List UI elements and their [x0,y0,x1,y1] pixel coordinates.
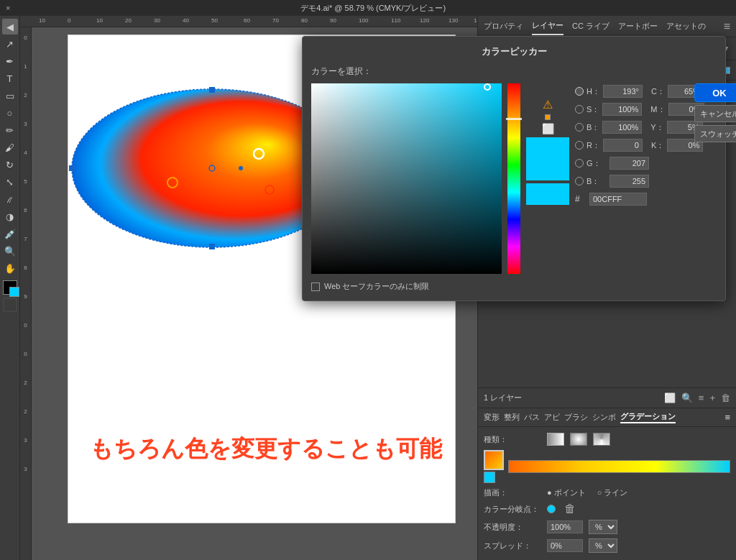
panel-menu-icon[interactable]: ≡ [724,20,730,33]
left-toolbar: ◀ ↗ ✒ T ▭ ○ ✏ 🖌 ↻ ⤡ ⫽ ◑ 💉 🔍 ✋ [0,16,20,560]
gradient-swatch-main[interactable] [484,450,504,470]
hue-row: H： C： [575,83,683,99]
tool-direct-select[interactable]: ↗ [2,36,18,52]
c-label: C： [651,86,665,97]
fill-color-swatch[interactable] [3,280,17,295]
bright-row: B： Y： [575,119,683,135]
gradient-field[interactable] [311,83,502,274]
gradient-bar[interactable] [508,460,730,473]
ok-button[interactable]: OK [694,83,736,102]
opacity-input[interactable] [547,520,583,533]
draw-point-radio[interactable]: ● ポイント [547,487,586,498]
k-label: K： [651,140,664,151]
color-gradient-box[interactable] [311,83,502,274]
freeform-gradient-button[interactable] [593,433,610,446]
linear-gradient-button[interactable] [547,433,564,446]
tab-cc-library[interactable]: CC ライブ [572,18,610,35]
new-layer-icon[interactable]: ⬜ [664,393,676,403]
canvas-japanese-text: もちろん色を変更することも可能 [90,433,442,465]
tab-pathfinder[interactable]: パス [524,412,540,423]
tool-rect[interactable]: ▭ [2,88,18,104]
hue-input[interactable] [603,85,643,98]
tab-appearance[interactable]: アピ [544,412,560,423]
sat-input[interactable] [602,103,642,116]
tool-ellipse[interactable]: ○ [2,105,18,121]
hue-indicator [506,118,522,120]
color-values: H： C： S： M： B： Y： [575,83,683,206]
tool-zoom[interactable]: 🔍 [2,243,18,259]
close-button[interactable]: × [6,4,10,12]
gradient-colorstop-row: カラー分岐点： 🗑 [484,502,730,515]
hue-radio[interactable] [575,87,584,96]
opacity-label: 不透明度： [484,522,541,533]
colorstop-label: カラー分岐点： [484,504,541,515]
gamut-fix-swatch[interactable] [545,114,551,120]
tool-pen[interactable]: ✒ [2,53,18,69]
tool-pencil[interactable]: ✏ [2,122,18,138]
sat-label: S： [586,104,599,115]
tool-brush[interactable]: 🖌 [2,139,18,155]
hex-input[interactable] [589,193,647,206]
tool-blend[interactable]: ⫽ [2,191,18,207]
blue-input[interactable] [610,175,649,188]
gradient-menu-icon[interactable]: ≡ [724,412,730,423]
color-old-swatch[interactable] [526,183,569,205]
web-safe-row: Web セーフカラーのみに制限 [311,281,717,292]
layer-options-icon[interactable]: ≡ [699,393,704,403]
spread-select[interactable]: % [589,538,617,553]
green-radio[interactable] [575,159,584,167]
web-safe-checkbox[interactable] [311,283,320,291]
tool-text[interactable]: T [2,70,18,86]
layer-add-icon[interactable]: + [709,393,715,403]
draw-line-radio[interactable]: ○ ライン [597,487,628,498]
tab-layers[interactable]: レイヤー [532,17,564,35]
tool-select[interactable]: ◀ [2,19,18,35]
bright-input[interactable] [602,121,642,134]
red-radio[interactable] [575,141,584,150]
gradient-cursor [484,83,491,91]
color-picker-title: カラーピッカー [311,45,717,58]
spread-input[interactable] [547,539,583,552]
swatch-stack [484,450,504,483]
tool-gradient[interactable]: ◑ [2,208,18,224]
sat-radio[interactable] [575,105,584,114]
bright-radio[interactable] [575,123,584,132]
swatch-button[interactable]: スウォッチ [694,125,736,142]
hue-slider[interactable] [507,83,520,274]
tool-rotate[interactable]: ↻ [2,157,18,173]
cancel-button[interactable]: キャンセル [694,105,736,122]
tab-transform[interactable]: 変形 [484,412,500,423]
color-picker-body: ⚠ ⬜ H： C： S： M： [311,83,717,274]
point-label: ポイント [554,488,586,497]
hex-label: # [575,194,586,204]
gamut-warning-icon: ⚠ [543,98,553,111]
stroke-color-swatch[interactable] [3,298,17,312]
opacity-select[interactable]: % [589,520,617,534]
ruler-left: 0 1 2 3 4 5 6 7 8 9 0 0 2 2 3 3 [20,27,32,560]
tab-artboard[interactable]: アートボー [618,18,658,35]
gradient-swatch-secondary[interactable] [484,472,495,483]
tab-symbol[interactable]: シンボ [592,412,616,423]
color-stop-swatch[interactable] [547,505,556,513]
tab-assets[interactable]: アセットの [666,18,706,35]
gradient-opacity-row: 不透明度： % [484,520,730,534]
delete-stop-icon[interactable]: 🗑 [564,502,576,515]
tab-properties[interactable]: プロパティ [484,18,523,35]
color-new-swatch[interactable] [526,137,569,180]
hue-slider-container[interactable] [507,83,520,274]
radial-gradient-button[interactable] [570,433,587,446]
ruler-top: 10 0 10 20 30 40 50 60 70 80 90 100 110 … [20,16,477,27]
top-bar: × デモ4.ai* @ 58.79 % (CMYK/プレビュー) [0,0,736,16]
layer-search-icon[interactable]: 🔍 [681,393,693,403]
tab-brush[interactable]: ブラシ [564,412,588,423]
red-input[interactable] [603,139,643,152]
tab-gradient[interactable]: グラデーション [620,411,676,423]
tool-eyedropper[interactable]: 💉 [2,226,18,242]
tab-align[interactable]: 整列 [504,412,520,423]
layer-delete-icon[interactable]: 🗑 [721,393,730,403]
tool-hand[interactable]: ✋ [2,260,18,276]
blue-radio[interactable] [575,177,584,185]
color-picker-dialog: カラーピッカー カラーを選択： ⚠ ⬜ H： [302,36,726,301]
green-input[interactable] [610,157,649,170]
tool-scale[interactable]: ⤡ [2,174,18,190]
